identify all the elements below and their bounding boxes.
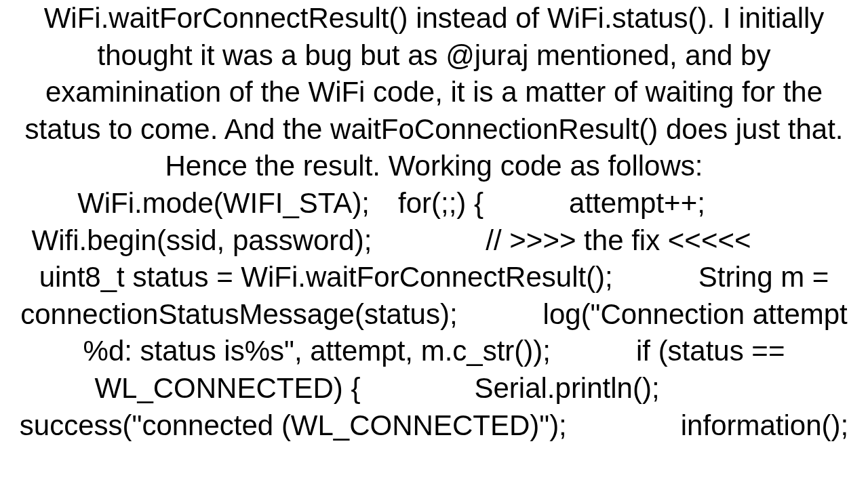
paragraph-text: WiFi.waitForConnectResult() instead of W…: [14, 0, 854, 444]
document-body: WiFi.waitForConnectResult() instead of W…: [14, 0, 854, 444]
